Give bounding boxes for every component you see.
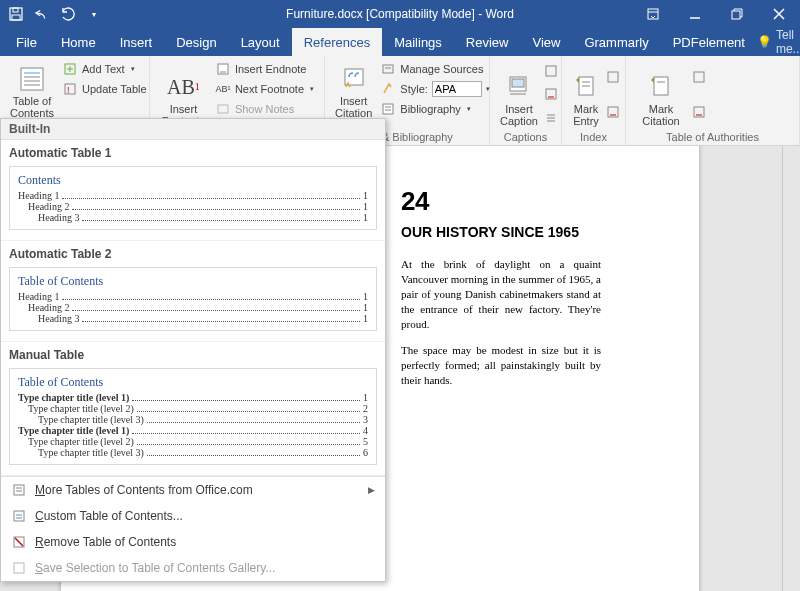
citation-style-select[interactable]: Style:▾ — [378, 80, 492, 98]
toc-option-manual[interactable]: Manual Table Table of Contents Type chap… — [1, 342, 385, 476]
group-captions: Insert Caption Captions — [490, 56, 562, 145]
captions-group-label: Captions — [498, 129, 553, 143]
tab-pdfelement[interactable]: PDFelement — [661, 28, 757, 56]
toc-preview-title: Table of Contents — [18, 375, 368, 390]
footnote-icon: AB1 — [169, 73, 197, 101]
svg-line-55 — [15, 538, 23, 546]
toc-custom[interactable]: Custom Table of Contents... — [1, 503, 385, 529]
mark-citation-button[interactable]: Mark Citation — [634, 60, 688, 129]
remove-toc-icon — [11, 534, 27, 550]
insert-endnote-button[interactable]: Insert Endnote — [213, 60, 316, 78]
toc-option-auto2[interactable]: Automatic Table 2 Table of Contents Head… — [1, 241, 385, 342]
next-footnote-icon: AB¹ — [215, 81, 231, 97]
toc-option-title: Automatic Table 2 — [9, 247, 377, 261]
manage-sources-button[interactable]: Manage Sources — [378, 60, 492, 78]
toc-preview: Table of Contents Heading 11 Heading 21 … — [9, 267, 377, 331]
tab-grammarly[interactable]: Grammarly — [572, 28, 660, 56]
mark-citation-icon — [647, 73, 675, 101]
window-controls — [632, 0, 800, 28]
next-footnote-button[interactable]: AB¹Next Footnote▾ — [213, 80, 316, 98]
tab-references[interactable]: References — [292, 28, 382, 56]
bibliography-button[interactable]: Bibliography▾ — [378, 100, 492, 118]
toc-section-builtin: Built-In — [1, 119, 385, 140]
toc-dropdown-panel: Built-In Automatic Table 1 Contents Head… — [0, 118, 386, 582]
tab-insert[interactable]: Insert — [108, 28, 165, 56]
authorities-extra-icon-2[interactable] — [692, 105, 706, 119]
caption-icon — [505, 73, 533, 101]
toc-option-title: Manual Table — [9, 348, 377, 362]
toc-remove[interactable]: Remove Table of Contents — [1, 529, 385, 555]
toc-option-auto1[interactable]: Automatic Table 1 Contents Heading 11 He… — [1, 140, 385, 241]
bibliography-icon — [380, 101, 396, 117]
quick-access-toolbar: ▾ — [0, 6, 102, 22]
toc-save-selection: Save Selection to Table of Contents Gall… — [1, 555, 385, 581]
tab-mailings[interactable]: Mailings — [382, 28, 454, 56]
dropdown-caret-icon: ▾ — [467, 105, 471, 113]
custom-toc-icon — [11, 508, 27, 524]
toc-icon — [18, 65, 46, 93]
save-icon[interactable] — [8, 6, 24, 22]
svg-rect-21 — [218, 105, 228, 113]
index-extra-icon-2[interactable] — [606, 105, 620, 119]
dropdown-caret-icon: ▾ — [131, 65, 135, 73]
show-notes-button[interactable]: Show Notes — [213, 100, 316, 118]
index-group-label: Index — [570, 129, 617, 143]
captions-extra-icon-2[interactable] — [544, 87, 558, 101]
svg-rect-31 — [546, 66, 556, 76]
update-table-icon: ! — [62, 81, 78, 97]
svg-rect-9 — [21, 68, 43, 90]
mark-entry-icon — [572, 73, 600, 101]
tab-review[interactable]: Review — [454, 28, 521, 56]
captions-extra-icon[interactable] — [544, 64, 558, 78]
insert-caption-button[interactable]: Insert Caption — [498, 60, 540, 129]
svg-rect-43 — [654, 77, 668, 95]
tab-layout[interactable]: Layout — [229, 28, 292, 56]
update-table-button[interactable]: !Update Table — [60, 80, 149, 98]
redo-icon[interactable] — [60, 6, 76, 22]
tell-me-label: Tell me... — [776, 28, 800, 56]
mark-entry-button[interactable]: Mark Entry — [570, 60, 602, 129]
toc-preview-title: Table of Contents — [18, 274, 368, 289]
doc-subtitle: OUR HISTORY SINCE 1965 — [401, 223, 601, 241]
style-value-input[interactable] — [432, 81, 482, 97]
title-bar: ▾ Furniture.docx [Compatibility Mode] - … — [0, 0, 800, 28]
update-table-label: Update Table — [82, 83, 147, 95]
group-authorities: Mark Citation Table of Authorities — [626, 56, 800, 145]
authorities-group-label: Table of Authorities — [634, 129, 791, 143]
mark-entry-label: Mark Entry — [572, 103, 600, 127]
toc-preview: Table of Contents Type chapter title (le… — [9, 368, 377, 465]
svg-text:!: ! — [67, 85, 70, 95]
vertical-scrollbar[interactable] — [782, 146, 800, 591]
citation-icon — [340, 65, 368, 93]
show-notes-label: Show Notes — [235, 103, 294, 115]
add-text-button[interactable]: Add Text▾ — [60, 60, 149, 78]
tab-file[interactable]: File — [4, 28, 49, 56]
svg-rect-45 — [694, 72, 704, 82]
undo-icon[interactable] — [34, 6, 50, 22]
authorities-extra-icon[interactable] — [692, 70, 706, 84]
captions-extra-icon-3[interactable] — [544, 111, 558, 125]
qat-customize-icon[interactable]: ▾ — [86, 6, 102, 22]
ribbon-options-icon[interactable] — [632, 0, 674, 28]
manage-sources-icon — [380, 61, 396, 77]
dropdown-caret-icon: ▾ — [310, 85, 314, 93]
save-gallery-icon — [11, 560, 27, 576]
index-extra-icon[interactable] — [606, 70, 620, 84]
chevron-right-icon: ▶ — [368, 485, 375, 495]
toc-option-title: Automatic Table 1 — [9, 146, 377, 160]
tab-view[interactable]: View — [520, 28, 572, 56]
toc-more-office[interactable]: MMore Tables of Contents from Office.com… — [1, 477, 385, 503]
insert-citation-label: Insert Citation — [335, 95, 372, 119]
svg-rect-2 — [12, 15, 20, 20]
svg-rect-56 — [14, 563, 24, 573]
close-button[interactable] — [758, 0, 800, 28]
office-icon — [11, 482, 27, 498]
tab-design[interactable]: Design — [164, 28, 228, 56]
tab-home[interactable]: Home — [49, 28, 108, 56]
tell-me[interactable]: 💡Tell me... — [757, 28, 800, 56]
insert-endnote-label: Insert Endnote — [235, 63, 307, 75]
minimize-button[interactable] — [674, 0, 716, 28]
svg-rect-29 — [512, 79, 524, 87]
toc-custom-label: Custom Table of Contents... — [35, 509, 183, 523]
restore-button[interactable] — [716, 0, 758, 28]
